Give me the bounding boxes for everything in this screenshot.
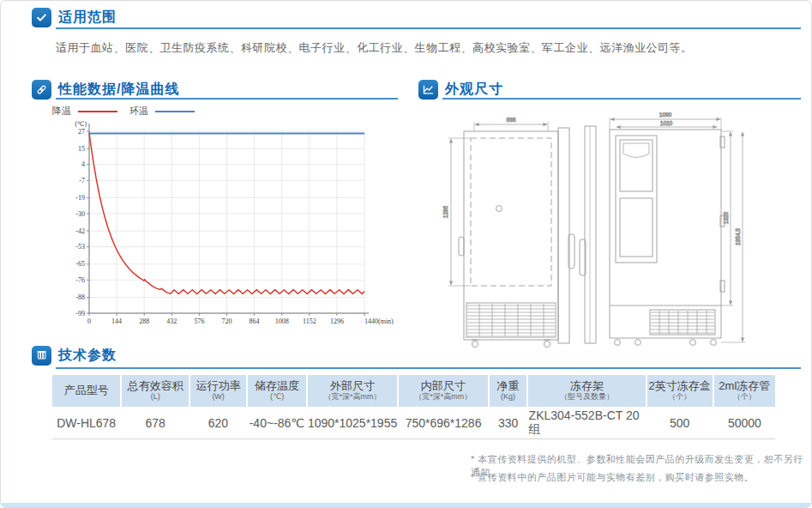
check-icon — [32, 8, 51, 27]
svg-text:(℃): (℃) — [75, 120, 87, 128]
cell-volume: 678 — [122, 407, 189, 438]
col-header: 产品型号 — [52, 375, 120, 407]
side-width-dim: 696 — [507, 117, 516, 123]
svg-text:864: 864 — [250, 318, 260, 325]
svg-text:-7: -7 — [79, 177, 85, 184]
cell-model: DW-HL678 — [52, 407, 120, 438]
svg-text:432: 432 — [166, 318, 177, 325]
specs-underline — [56, 367, 801, 369]
table-row: DW-HL678 678 620 -40~-86℃ 1090*1025*1955… — [52, 407, 775, 439]
svg-text:1152: 1152 — [303, 318, 316, 325]
cell-temp-range: -40~-86℃ — [248, 407, 306, 438]
section-scope-header: 适用范围 — [32, 8, 117, 27]
spec-table-header: 产品型号 总有效容积(L) 运行功率(W) 储存温度(℃) 外部尺寸（宽*深*高… — [52, 375, 775, 407]
col-header: 净重(Kg) — [490, 375, 527, 407]
brochure-page: 适用范围 适用于血站、医院、卫生防疫系统、科研院校、电子行业、化工行业、生物工程… — [0, 0, 812, 508]
cell-power: 620 — [190, 407, 246, 438]
cell-weight: 330 — [490, 407, 527, 438]
cooling-curve-chart: 27154-7-19-30-42-53-65-76-88-99(℃)014428… — [49, 118, 402, 337]
spec-table: 产品型号 总有效容积(L) 运行功率(W) 储存温度(℃) 外部尺寸（宽*深*高… — [52, 375, 775, 439]
freezer-front-view: 1090 1010 1326 1954.5 — [580, 112, 745, 345]
svg-text:-65: -65 — [75, 260, 85, 268]
front-inner-width-dim: 1010 — [660, 120, 673, 126]
svg-text:720: 720 — [222, 318, 232, 325]
svg-text:1008: 1008 — [275, 318, 289, 325]
svg-text:288: 288 — [139, 318, 149, 325]
svg-text:27: 27 — [78, 128, 85, 136]
specs-title: 技术参数 — [58, 347, 117, 365]
legend-swatch — [78, 111, 117, 112]
svg-text:576: 576 — [194, 318, 204, 325]
footnote-2: * 宣传资料中的产品图片可能与实物有差别，购买时请参照实物。 — [471, 471, 754, 484]
svg-text:15: 15 — [78, 145, 85, 153]
dimensions-title: 外观尺寸 — [445, 81, 503, 99]
svg-text:1440(min): 1440(min) — [364, 318, 394, 325]
svg-text:-53: -53 — [75, 243, 85, 251]
svg-text:-19: -19 — [75, 194, 85, 202]
col-header: 储存温度(℃) — [248, 375, 306, 407]
front-inner-height-dim: 1326 — [723, 211, 729, 224]
svg-text:-30: -30 — [75, 210, 85, 218]
test-tubes-icon — [32, 346, 51, 366]
legend-swatch — [155, 111, 195, 112]
scope-body-text: 适用于血站、医院、卫生防疫系统、科研院校、电子行业、化工行业、生物工程、高校实验… — [56, 40, 785, 56]
legend-label: 降温 — [52, 105, 71, 118]
svg-text:-42: -42 — [75, 227, 85, 235]
svg-text:1296: 1296 — [330, 318, 344, 325]
cell-boxes: 500 — [647, 407, 713, 438]
bottom-accent-bar — [1, 503, 811, 507]
performance-underline — [56, 98, 398, 100]
col-header: 运行功率(W) — [190, 375, 246, 407]
cell-external-size: 1090*1025*1955 — [308, 407, 397, 438]
section-specs-header: 技术参数 — [32, 346, 117, 366]
col-header: 外部尺寸（宽*深*高mm） — [308, 375, 397, 407]
legend-label: 环温 — [129, 105, 148, 118]
scope-underline — [56, 27, 801, 29]
line-chart-icon — [418, 80, 438, 100]
freezer-dimension-drawings: 696 1286 — [425, 112, 803, 354]
link-icon — [32, 80, 51, 100]
side-height-dim: 1286 — [442, 205, 448, 218]
section-dimensions-header: 外观尺寸 — [418, 80, 503, 100]
section-performance-header: 性能数据/降温曲线 — [32, 80, 179, 100]
legend-item: 降温 — [52, 105, 117, 118]
col-header: 2ml冻存管（个） — [714, 375, 775, 407]
freezer-side-view: 696 1286 — [442, 117, 574, 348]
svg-text:0: 0 — [87, 318, 91, 325]
col-header: 冻存架（型号及数量） — [528, 375, 645, 407]
scope-title: 适用范围 — [58, 9, 117, 27]
svg-text:4: 4 — [81, 160, 85, 168]
legend-item: 环温 — [129, 105, 195, 118]
chart-legend: 降温 环温 — [52, 105, 195, 118]
cell-internal-size: 750*696*1286 — [399, 407, 488, 438]
dimensions-underline — [442, 98, 801, 100]
performance-title: 性能数据/降温曲线 — [58, 81, 179, 99]
col-header: 2英寸冻存盒（个） — [647, 375, 713, 407]
front-outer-height-dim: 1954.5 — [735, 228, 741, 245]
col-header: 总有效容积(L) — [122, 375, 189, 407]
front-outer-width-dim: 1090 — [659, 112, 672, 118]
svg-text:-99: -99 — [75, 310, 85, 318]
cell-vials: 50000 — [714, 407, 775, 438]
svg-text:-76: -76 — [75, 276, 85, 284]
svg-text:-88: -88 — [75, 293, 85, 301]
svg-text:144: 144 — [111, 318, 122, 325]
col-header: 内部尺寸（宽*深*高mm） — [399, 375, 488, 407]
cell-racks: ZKL304-552B-CT 20组 — [529, 407, 646, 438]
